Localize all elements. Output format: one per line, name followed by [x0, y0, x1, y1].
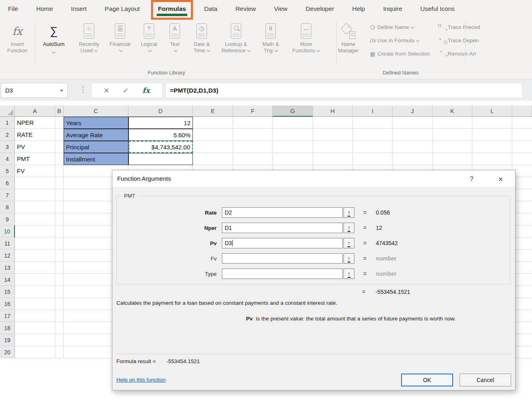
- column-header-l[interactable]: L: [472, 105, 512, 117]
- cell-D1[interactable]: 12: [128, 117, 193, 129]
- cell-J1[interactable]: [393, 117, 433, 129]
- tab-file[interactable]: File: [8, 5, 18, 12]
- tab-useful-icons[interactable]: Useful Icons: [420, 5, 455, 12]
- cell-C3[interactable]: Principal: [64, 141, 128, 153]
- cell-H1[interactable]: [313, 117, 353, 129]
- row-header-20[interactable]: 20: [0, 346, 15, 358]
- cell-I1[interactable]: [353, 117, 393, 129]
- help-on-this-function-link[interactable]: Help on this function: [116, 377, 166, 383]
- tab-insert[interactable]: Insert: [71, 5, 87, 12]
- row-header-3[interactable]: 3: [0, 141, 15, 153]
- column-header-f[interactable]: F: [233, 105, 273, 117]
- column-header-b[interactable]: B: [55, 105, 64, 117]
- collapse-dialog-button-fv[interactable]: [344, 253, 354, 264]
- cell-B19[interactable]: [55, 334, 64, 346]
- tab-view[interactable]: View: [274, 5, 288, 12]
- use-in-formula-button[interactable]: ⟨fxUse in Formula: [368, 35, 430, 45]
- cell-B13[interactable]: [55, 262, 64, 274]
- cell-B12[interactable]: [55, 250, 64, 262]
- remove-arr-button[interactable]: ×↗Remove Arr: [438, 49, 480, 59]
- tab-formulas[interactable]: Formulas: [158, 5, 186, 12]
- cell-G4[interactable]: [273, 153, 313, 165]
- cell-A18[interactable]: [15, 322, 55, 334]
- column-header-a[interactable]: A: [15, 105, 55, 117]
- cell-L4[interactable]: [472, 153, 512, 165]
- trace-depen-button[interactable]: ↘Trace Depen: [438, 35, 480, 45]
- tab-page-layout[interactable]: Page Layout: [105, 5, 140, 12]
- confirm-entry-check-icon[interactable]: [123, 86, 129, 95]
- cell-B11[interactable]: [55, 238, 64, 250]
- logical-button[interactable]: ?Logical: [135, 19, 163, 65]
- row-header-7[interactable]: 7: [0, 189, 15, 201]
- cell-A6[interactable]: [15, 177, 55, 189]
- cell-A4[interactable]: PMT: [15, 153, 55, 165]
- tab-help[interactable]: Help: [352, 5, 365, 12]
- argument-input-rate[interactable]: D2: [222, 207, 343, 218]
- collapse-dialog-button-rate[interactable]: [344, 207, 354, 218]
- recently-used-button[interactable]: ☆RecentlyUsed: [73, 19, 105, 65]
- cell-I2[interactable]: [353, 129, 393, 141]
- math-trig-button[interactable]: θMath &Trig: [255, 19, 286, 65]
- cell-E4[interactable]: [193, 153, 233, 165]
- cell-K4[interactable]: [433, 153, 472, 165]
- row-header-8[interactable]: 8: [0, 201, 15, 213]
- cell-A13[interactable]: [15, 262, 55, 274]
- formula-input[interactable]: =PMT(D2,D1,D3): [166, 83, 522, 98]
- text-button[interactable]: AText: [163, 19, 186, 65]
- cell-E3[interactable]: [193, 141, 233, 153]
- cell-G1[interactable]: [273, 117, 313, 129]
- more-functions-button[interactable]: •••MoreFunctions: [286, 19, 326, 65]
- cell-D4[interactable]: [128, 153, 193, 165]
- row-header-14[interactable]: 14: [0, 274, 15, 286]
- collapse-dialog-button-pv[interactable]: [344, 238, 354, 248]
- cell-B7[interactable]: [55, 189, 64, 201]
- cell-H3[interactable]: [313, 141, 353, 153]
- tab-developer[interactable]: Developer: [306, 5, 334, 12]
- cell-F2[interactable]: [233, 129, 273, 141]
- tab-inquire[interactable]: Inquire: [383, 5, 402, 12]
- cell-H2[interactable]: [313, 129, 353, 141]
- cell-L3[interactable]: [472, 141, 512, 153]
- cell-B8[interactable]: [55, 201, 64, 213]
- cell-A20[interactable]: [15, 346, 55, 358]
- financial-button[interactable]: Financial: [105, 19, 135, 65]
- cell-B1[interactable]: [55, 117, 64, 129]
- cell-B3[interactable]: [55, 141, 64, 153]
- cell-L1[interactable]: [472, 117, 512, 129]
- lookup-reference-button[interactable]: Lookup &Reference: [217, 19, 255, 65]
- cell-A17[interactable]: [15, 310, 55, 322]
- column-header-c[interactable]: C: [64, 105, 128, 117]
- cell-A19[interactable]: [15, 334, 55, 346]
- cancel-button[interactable]: Cancel: [460, 374, 511, 386]
- name-box[interactable]: D3: [1, 83, 68, 98]
- row-header-18[interactable]: 18: [0, 322, 15, 334]
- column-header-g[interactable]: G: [273, 105, 313, 117]
- collapse-dialog-button-nper[interactable]: [344, 223, 354, 233]
- cell-I4[interactable]: [353, 153, 393, 165]
- column-header-k[interactable]: K: [433, 105, 472, 117]
- row-header-15[interactable]: 15: [0, 286, 15, 298]
- row-header-16[interactable]: 16: [0, 298, 15, 310]
- column-header-d[interactable]: D: [128, 105, 193, 117]
- cell-K1[interactable]: [433, 117, 472, 129]
- row-header-19[interactable]: 19: [0, 334, 15, 346]
- row-header-2[interactable]: 2: [0, 129, 15, 141]
- cell-J2[interactable]: [393, 129, 433, 141]
- tab-home[interactable]: Home: [36, 5, 53, 12]
- cell-B5[interactable]: [55, 165, 64, 177]
- cell-I3[interactable]: [353, 141, 393, 153]
- column-header-i[interactable]: I: [353, 105, 393, 117]
- column-header-j[interactable]: J: [393, 105, 433, 117]
- cell-B20[interactable]: [55, 346, 64, 358]
- cell-A1[interactable]: NPER: [15, 117, 55, 129]
- cell-A12[interactable]: [15, 250, 55, 262]
- cell-J3[interactable]: [393, 141, 433, 153]
- cell-G2[interactable]: [273, 129, 313, 141]
- row-header-12[interactable]: 12: [0, 250, 15, 262]
- tab-data[interactable]: Data: [204, 5, 217, 12]
- autosum-button[interactable]: AutoSum: [35, 19, 73, 65]
- cell-C2[interactable]: Average Rate: [64, 129, 128, 141]
- cell-B16[interactable]: [55, 298, 64, 310]
- cell-B2[interactable]: [55, 129, 64, 141]
- insert-function-fx-small-icon[interactable]: [143, 86, 150, 95]
